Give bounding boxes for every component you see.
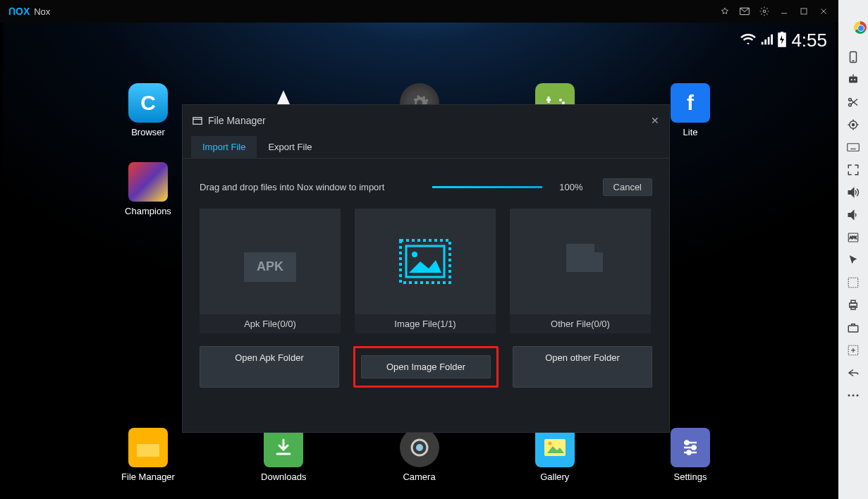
svg-rect-35	[849, 77, 857, 83]
drop-instruction: Drag and drop files into Nox window to i…	[200, 182, 384, 192]
sidebar-scissors-icon[interactable]	[844, 93, 862, 111]
sidebar-printer-icon[interactable]	[844, 296, 862, 314]
svg-point-24	[692, 446, 696, 450]
maximize-icon[interactable]	[799, 6, 809, 16]
champions-icon	[128, 162, 168, 202]
sidebar-keyboard-icon[interactable]	[844, 138, 862, 156]
android-screen: 4:55 C Browser	[3, 23, 836, 496]
svg-point-67	[848, 395, 850, 397]
battery-icon	[777, 32, 787, 50]
sidebar-robot-icon[interactable]	[844, 70, 862, 89]
open-apk-folder-button[interactable]: Open Apk Folder	[200, 346, 339, 388]
svg-point-23	[685, 441, 689, 445]
other-file-card[interactable]: Other File(0/0)	[510, 209, 651, 333]
apk-file-card[interactable]: APK Apk File(0/0)	[200, 209, 341, 333]
app-downloads[interactable]: Downloads	[258, 428, 309, 482]
gear-icon[interactable]	[759, 6, 769, 16]
svg-point-25	[687, 451, 691, 455]
signal-icon	[760, 33, 773, 49]
camera-icon	[400, 428, 439, 467]
sidebar-back-icon[interactable]	[844, 364, 862, 382]
folder-icon	[128, 428, 168, 467]
document-stack-icon	[551, 237, 610, 286]
gallery-icon	[535, 428, 575, 467]
sidebar-fullscreen-icon[interactable]	[844, 161, 862, 179]
modal-title: File Manager	[208, 115, 266, 126]
mail-icon[interactable]	[740, 6, 750, 16]
sidebar-plus-box-icon[interactable]	[844, 341, 862, 359]
svg-text:APK: APK	[257, 259, 283, 273]
svg-rect-61	[851, 300, 855, 303]
svg-point-69	[857, 395, 859, 397]
host-right-sidebar: APK	[838, 0, 868, 499]
svg-point-31	[412, 252, 417, 257]
wifi-icon	[740, 33, 756, 49]
file-manager-modal: File Manager ✕ Import File Export File D…	[182, 104, 670, 433]
svg-marker-55	[848, 188, 854, 197]
svg-line-41	[851, 100, 857, 106]
svg-point-37	[854, 79, 855, 80]
svg-rect-26	[193, 118, 202, 125]
sidebar-more-icon[interactable]	[844, 386, 862, 405]
svg-point-13	[559, 99, 562, 101]
svg-point-44	[852, 124, 855, 126]
image-file-card[interactable]: Image File(1/1)	[355, 209, 496, 333]
pin-icon[interactable]	[720, 6, 730, 16]
svg-text:APK: APK	[850, 235, 857, 240]
svg-point-19	[548, 442, 551, 445]
app-browser[interactable]: C Browser	[123, 83, 173, 137]
sidebar-cursor-icon[interactable]	[844, 251, 862, 269]
svg-marker-56	[848, 211, 854, 219]
modal-tabs: Import File Export File	[183, 136, 669, 159]
sidebar-apk-icon[interactable]: APK	[844, 228, 862, 247]
highlight-annotation: Open Image Folder	[353, 346, 499, 388]
open-other-folder-button[interactable]: Open other Folder	[513, 346, 652, 388]
sidebar-dots-icon[interactable]	[844, 273, 862, 292]
window-title: Nox	[34, 6, 50, 17]
svg-point-68	[852, 395, 855, 397]
tab-import[interactable]: Import File	[191, 136, 257, 158]
app-file-manager[interactable]: File Manager	[123, 428, 173, 482]
progress-bar	[432, 186, 542, 188]
image-stamp-icon	[398, 238, 453, 285]
sidebar-location-icon[interactable]	[844, 116, 862, 134]
minimize-icon[interactable]	[779, 6, 789, 16]
svg-rect-7	[781, 32, 783, 33]
svg-rect-12	[547, 97, 549, 103]
svg-rect-59	[848, 278, 858, 288]
clock: 4:55	[791, 30, 827, 51]
sidebar-toolbox-icon[interactable]	[844, 319, 862, 337]
download-icon	[264, 428, 303, 467]
sidebar-volume-down-icon[interactable]	[844, 206, 862, 224]
app-champions[interactable]: Champions	[123, 162, 173, 216]
svg-rect-49	[848, 144, 860, 152]
facebook-icon: f	[671, 83, 710, 123]
open-image-folder-button[interactable]: Open Image Folder	[361, 355, 491, 378]
cancel-button[interactable]: Cancel	[603, 178, 652, 196]
sidebar-volume-up-icon[interactable]	[844, 183, 862, 202]
svg-rect-63	[848, 326, 858, 332]
nox-logo: ᑎOX	[8, 6, 30, 17]
sliders-icon	[671, 428, 710, 467]
app-facebook-lite[interactable]: f Lite	[665, 83, 716, 137]
other-card-label: Other File(0/0)	[510, 314, 651, 333]
image-card-label: Image File(1/1)	[355, 314, 496, 333]
browser-icon: C	[128, 83, 168, 123]
app-gallery[interactable]: Gallery	[530, 428, 580, 482]
modal-close-button[interactable]: ✕	[651, 115, 659, 126]
app-camera[interactable]: Camera	[394, 428, 445, 482]
app-settings-dock[interactable]: Settings	[665, 428, 716, 482]
apk-folder-icon: APK	[238, 235, 302, 288]
tab-export[interactable]: Export File	[257, 136, 323, 158]
svg-rect-17	[544, 439, 566, 456]
svg-line-42	[851, 99, 857, 105]
chrome-icon[interactable]	[854, 21, 867, 34]
sidebar-phone-icon[interactable]	[844, 48, 862, 66]
svg-point-16	[416, 444, 423, 451]
app-titlebar: ᑎOX Nox	[0, 0, 838, 23]
svg-point-1	[763, 10, 766, 13]
svg-point-36	[851, 79, 852, 80]
svg-rect-3	[801, 8, 807, 14]
svg-marker-32	[409, 260, 441, 273]
close-icon[interactable]	[819, 6, 829, 16]
